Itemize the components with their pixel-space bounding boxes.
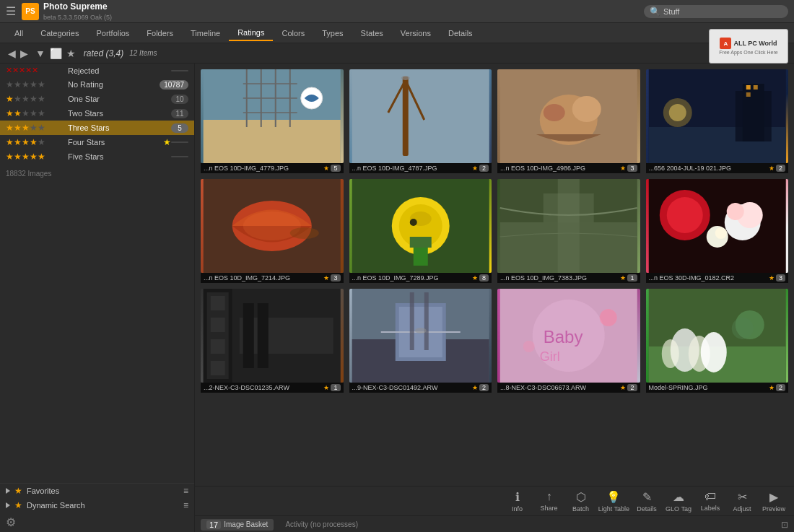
adjust-label: Adjust (733, 505, 751, 513)
rating-none[interactable]: ★ ★ ★ ★ ★ No Rating 10787 (0, 77, 194, 92)
svg-text:Baby: Baby (544, 327, 583, 346)
3star-icons: ★ ★ ★ ★ ★ (6, 123, 64, 133)
share-label: Share (541, 505, 558, 512)
tab-colors[interactable]: Colors (273, 26, 313, 40)
thumbnail-3[interactable]: ...n EOS 10D-IMG_4986.JPG ★ 3 (497, 69, 640, 173)
rating-3stars[interactable]: ★ ★ ★ ★ ★ Three Stars 5 (0, 121, 194, 135)
tab-details[interactable]: Details (440, 26, 481, 40)
thumbnail-8[interactable]: ...n EOS 30D-IMG_0182.CR2 ★ 3 (646, 179, 789, 283)
toolbar-row: ◀ ▶ ▼ ⬜ ★ rated (3,4) 12 Items View (0, 43, 794, 64)
sidebar-dynamic-search[interactable]: ★ Dynamic Search ≡ (0, 498, 194, 513)
filter-label: rated (3,4) (84, 48, 123, 58)
thumb-img-10 (349, 289, 492, 383)
svg-rect-10 (352, 69, 489, 163)
thumbnail-7[interactable]: ...n EOS 10D_IMG_7383.JPG ★ 1 (497, 179, 640, 283)
glo-tag-btn[interactable]: ☁ GLO Tag (664, 490, 693, 513)
thumb-rating-3: ★ 3 (620, 165, 637, 172)
thumb-label-5: ...n EOS 10D_IMG_7214.JPG ★ 3 (201, 273, 344, 283)
thumbnail-4[interactable]: ...656 2004-JUL-19 021.JPG ★ 2 (646, 69, 789, 173)
thumb-rating-8: ★ 3 (769, 274, 785, 282)
tab-folders[interactable]: Folders (138, 26, 182, 40)
1star-icons: ★ ★ ★ ★ ★ (6, 94, 64, 104)
tab-ratings[interactable]: Ratings (229, 25, 273, 41)
rating-4stars[interactable]: ★ ★ ★ ★ ★ Four Stars ★ (0, 135, 194, 149)
thumb-img-1 (201, 69, 344, 163)
rating-1star[interactable]: ★ ★ ★ ★ ★ One Star 10 (0, 92, 194, 106)
svg-rect-24 (753, 85, 757, 90)
thumbnail-6[interactable]: ...n EOS 10D_IMG_7289.JPG ★ 8 (349, 179, 492, 283)
thumb-svg-6 (349, 179, 492, 273)
thumb-img-2 (349, 69, 492, 163)
batch-btn[interactable]: ⬡ Batch (567, 490, 596, 513)
svg-point-31 (290, 227, 319, 239)
rating-5stars[interactable]: ★ ★ ★ ★ ★ Five Stars (0, 149, 194, 164)
thumbnail-9[interactable]: ...2-NEX-C3-DSC01235.ARW ★ 1 (201, 289, 344, 393)
share-btn[interactable]: ↑ Share (535, 490, 564, 512)
glo-tag-icon: ☁ (673, 490, 684, 504)
thumbnail-2[interactable]: ...n EOS 10D-IMG_4787.JPG ★ 2 (349, 69, 492, 173)
stack-icon[interactable]: ⬜ (48, 48, 64, 59)
basket-count: 17 (206, 520, 221, 529)
tab-all[interactable]: All (6, 26, 32, 40)
thumbnail-11[interactable]: Baby Girl ...8-NEX-C3-DSC06673.ARW ★ 2 (497, 289, 640, 393)
thumb-name-12: Model-SPRING.JPG (649, 384, 708, 391)
thumb-svg-3 (497, 69, 640, 163)
thumb-svg-12 (646, 289, 789, 383)
sidebar-favorites[interactable]: ★ Favorites ≡ (0, 484, 194, 498)
bottom-icons-row: ℹ Info ↑ Share ⬡ Batch 💡 Light Table (195, 487, 794, 515)
light-table-btn[interactable]: 💡 Light Table (598, 490, 629, 513)
thumbnail-1[interactable]: ...n EOS 10D-IMG_4779.JPG ★ 5 (201, 69, 344, 173)
bottom-status-row: 17 Image Basket Activity (no processes) … (195, 515, 794, 532)
labels-icon: 🏷 (704, 490, 716, 503)
labels-btn[interactable]: 🏷 Labels (696, 490, 725, 512)
search-input[interactable] (663, 7, 764, 16)
thumbnail-10[interactable]: ...9-NEX-C3-DSC01492.ARW ★ 2 (349, 289, 492, 393)
tab-types[interactable]: Types (313, 26, 352, 40)
thumb-label-10: ...9-NEX-C3-DSC01492.ARW ★ 2 (349, 383, 492, 393)
2star-icons: ★ ★ ★ ★ ★ (6, 108, 64, 118)
thumb-label-6: ...n EOS 10D_IMG_7289.JPG ★ 8 (349, 273, 492, 283)
thumb-rating-9: ★ 1 (323, 384, 340, 391)
thumb-rating-11: ★ 2 (620, 384, 637, 391)
info-btn[interactable]: ℹ Info (503, 490, 532, 513)
adjust-btn[interactable]: ✂ Adjust (728, 490, 756, 513)
adjust-icon: ✂ (738, 490, 747, 504)
back-icon[interactable]: ◀ (6, 48, 18, 59)
image-basket-btn[interactable]: 17 Image Basket (201, 519, 274, 531)
tab-categories[interactable]: Categories (32, 26, 87, 40)
filter-icon[interactable]: ▼ (33, 48, 48, 59)
svg-text:Girl: Girl (540, 349, 560, 364)
info-icon: ℹ (515, 490, 520, 504)
sidebar-bottom-area: ★ Favorites ≡ ★ Dynamic Search ≡ ⚙ (0, 483, 194, 532)
rating-rejected[interactable]: ✕ ✕ ✕ ✕ ✕ Rejected (0, 64, 194, 77)
dynamic-menu-btn[interactable]: ≡ (183, 500, 188, 510)
tab-states[interactable]: States (352, 26, 392, 40)
star-icon[interactable]: ★ (64, 48, 78, 59)
progress-indicator: ⊡ (781, 520, 788, 530)
thumb-rating-2: ★ 2 (472, 165, 489, 172)
search-bar[interactable]: 🔍 (644, 5, 788, 18)
rating-2stars[interactable]: ★ ★ ★ ★ ★ Two Stars 11 (0, 106, 194, 121)
tab-versions[interactable]: Versions (392, 26, 440, 40)
settings-icon[interactable]: ⚙ (6, 515, 16, 529)
thumbnail-5[interactable]: ...n EOS 10D_IMG_7214.JPG ★ 3 (201, 179, 344, 283)
thumb-label-12: Model-SPRING.JPG ★ 2 (646, 383, 789, 393)
svg-point-45 (666, 197, 702, 233)
thumb-img-4 (646, 69, 789, 163)
thumbnail-12[interactable]: Model-SPRING.JPG ★ 2 (646, 289, 789, 393)
svg-rect-59 (243, 303, 254, 368)
sidebar-ratings: ✕ ✕ ✕ ✕ ✕ Rejected ★ ★ ★ ★ (0, 64, 194, 483)
hamburger-icon[interactable]: ☰ (6, 4, 16, 18)
forward-icon[interactable]: ▶ (18, 48, 30, 59)
tab-portfolios[interactable]: Portfolios (87, 26, 138, 40)
app-layout: ☰ PS Photo Supreme beta 5.3.3.5069 Oak (… (0, 0, 794, 532)
thumb-rating-12: ★ 2 (769, 384, 785, 391)
favorites-menu-btn[interactable]: ≡ (183, 486, 188, 496)
svg-point-68 (414, 328, 426, 333)
preview-btn[interactable]: ▶ Preview (759, 490, 788, 513)
thumb-name-2: ...n EOS 10D-IMG_4787.JPG (352, 165, 437, 172)
tab-timeline[interactable]: Timeline (182, 26, 229, 40)
thumb-name-1: ...n EOS 10D-IMG_4779.JPG (204, 165, 289, 172)
details-icon: ✎ (642, 490, 652, 504)
details-btn[interactable]: ✎ Details (632, 490, 661, 513)
